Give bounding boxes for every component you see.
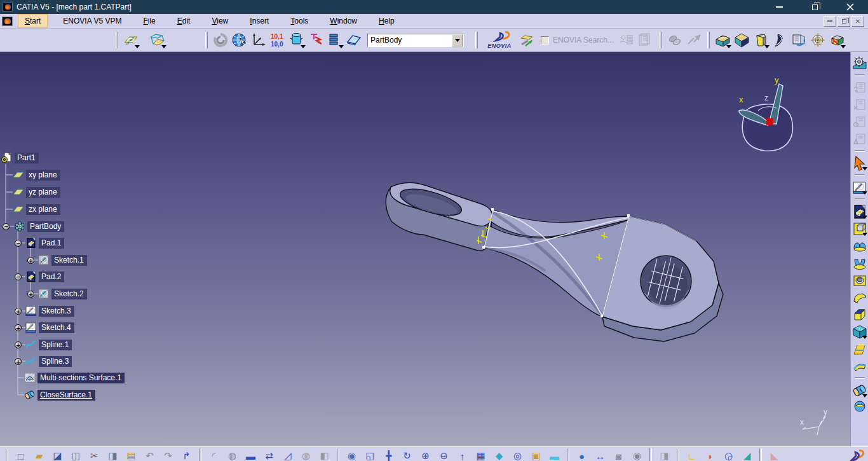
catalog-browser-icon[interactable]: ◜ (205, 447, 223, 461)
measure-between-icon[interactable]: ⇄ (260, 447, 278, 461)
tree-item-pad2[interactable]: Pad.2 (25, 270, 64, 284)
sketcher-icon[interactable] (121, 31, 140, 50)
expander-pad1[interactable] (15, 240, 22, 247)
pocket-tool-icon[interactable] (851, 220, 868, 237)
normal-view-icon[interactable]: ↑ (453, 447, 471, 461)
view-compass[interactable]: x y z (739, 75, 792, 151)
curvature-analysis-icon[interactable]: ◗ (701, 447, 719, 461)
mdi-minimize-button[interactable] (824, 16, 836, 27)
tree-item-pad1[interactable]: Pad.1 (25, 236, 64, 250)
minimize-button[interactable] (761, 0, 797, 14)
toolbar-handle[interactable] (205, 32, 208, 48)
menu-window[interactable]: Window (323, 15, 363, 27)
link-disabled-2-icon[interactable] (684, 31, 703, 50)
target-axis-icon[interactable] (808, 31, 827, 50)
tree-item-multi-sections-surface1[interactable]: Multi-sections Surface.1 (24, 371, 125, 385)
update-icon[interactable] (211, 31, 230, 50)
tree-item-closesurface1[interactable]: CloseSurface.1 (24, 388, 95, 402)
enovia-search-checkbox[interactable] (541, 36, 549, 45)
toolbar-handle[interactable] (707, 32, 710, 48)
transform-mirror-icon[interactable] (789, 31, 808, 50)
fit-all-in-icon[interactable]: ◱ (361, 447, 379, 461)
tree-item-yz-plane[interactable]: yz plane (13, 185, 60, 199)
enovia-gray-3-icon[interactable] (851, 113, 868, 130)
new-document-icon[interactable]: □ (11, 447, 30, 461)
thickness-icon[interactable] (851, 357, 868, 375)
pad-tool-icon[interactable] (851, 203, 868, 220)
expander-pad2[interactable] (15, 273, 22, 280)
tree-item-partbody[interactable]: PartBody (14, 219, 64, 233)
toolbar-handle[interactable] (475, 32, 478, 48)
menu-file[interactable]: File (137, 15, 161, 27)
workbench-gear-icon[interactable] (851, 55, 868, 72)
zoom-out-icon[interactable]: ⊖ (435, 447, 453, 461)
shaft-tool-icon[interactable] (851, 254, 868, 272)
tree-item-sketch3[interactable]: Sketch.3 (25, 304, 74, 318)
enovia-gray-4-icon[interactable] (851, 130, 868, 148)
expander-sketch3[interactable] (15, 308, 22, 315)
box-remove-icon[interactable] (827, 31, 846, 50)
expander-sketch1[interactable] (27, 257, 34, 264)
partbody-selector[interactable] (367, 34, 464, 47)
menu-tools[interactable]: Tools (284, 15, 315, 27)
toolbar-handle[interactable] (660, 32, 662, 48)
measure-item-icon[interactable]: ◿ (278, 447, 297, 461)
menu-start[interactable]: Start (18, 14, 48, 28)
part-cylinder-icon[interactable] (287, 31, 306, 50)
tree-item-zx-plane[interactable]: zx plane (13, 202, 60, 216)
stress-gauge-icon[interactable]: ◶ (719, 447, 738, 461)
whats-this-icon[interactable]: ↱ (177, 447, 196, 461)
tap-analysis-icon[interactable]: ◣ (765, 447, 783, 461)
box-gray-icon[interactable]: ◧ (315, 447, 334, 461)
zoom-in-icon[interactable]: ⊕ (416, 447, 435, 461)
menu-edit[interactable]: Edit (171, 15, 197, 27)
tree-item-spline3[interactable]: Spline.3 (25, 354, 72, 368)
expander-sketch2[interactable] (27, 291, 34, 298)
enovia-gray-tool-2-icon[interactable] (635, 31, 654, 50)
stacked-list-icon[interactable] (325, 31, 344, 50)
restore-button[interactable] (797, 0, 832, 14)
link-disabled-1-icon[interactable] (665, 31, 684, 50)
print-icon[interactable]: ◫ (67, 447, 85, 461)
expander-spline3[interactable] (15, 358, 22, 365)
pan-icon[interactable]: ╋ (379, 447, 398, 461)
sculpt-gray-icon[interactable]: ◍ (297, 447, 315, 461)
hole-tool-icon[interactable] (851, 272, 868, 289)
manikin-icon[interactable]: ◉ (628, 447, 646, 461)
paste-icon[interactable]: ▤ (122, 447, 140, 461)
tree-item-part1[interactable]: Part1 (1, 151, 39, 165)
menu-insert[interactable]: Insert (243, 15, 275, 27)
cut-icon[interactable]: ✂ (85, 447, 104, 461)
pocket-variant-icon[interactable] (732, 31, 751, 50)
enovia-transfer-icon[interactable] (518, 31, 537, 50)
copy-icon[interactable]: ◨ (104, 447, 122, 461)
select-cursor-icon[interactable] (851, 155, 868, 172)
3d-viewport[interactable]: x y z x y Part1 xy plane yz plane zx pla… (0, 52, 850, 446)
tree-item-spline1[interactable]: Spline.1 (25, 338, 72, 352)
fly-through-icon[interactable]: ◉ (342, 447, 361, 461)
enovia-gray-2-icon[interactable] (851, 96, 868, 113)
snap-values-icon[interactable]: 10,1 10,0 (268, 31, 287, 50)
fill-rect-icon[interactable]: ▬ (545, 447, 564, 461)
look-at-icon[interactable]: ◎ (508, 447, 527, 461)
shell-tool-icon[interactable] (851, 323, 868, 340)
edge-fillet-icon[interactable] (851, 289, 868, 306)
world-rotate-icon[interactable]: ● (573, 447, 591, 461)
expander-partbody[interactable] (3, 223, 10, 230)
3d-part[interactable] (386, 182, 723, 341)
expander-sketch4[interactable] (15, 324, 22, 331)
stretch-view-icon[interactable]: ↔ (591, 447, 609, 461)
enovia-gray-1-icon[interactable] (851, 79, 868, 96)
screen-definition-icon[interactable]: ▣ (527, 447, 545, 461)
iso-view-icon[interactable]: ◆ (490, 447, 508, 461)
axis-system-icon[interactable] (249, 31, 268, 50)
blue-surface-icon[interactable] (770, 31, 789, 50)
undo-icon[interactable]: ↶ (140, 447, 159, 461)
menu-view[interactable]: View (205, 15, 234, 27)
menu-enovia-v5-vpm[interactable]: ENOVIA V5 VPM (57, 15, 128, 27)
toolbar-handle[interactable] (116, 32, 118, 48)
chevron-down-icon[interactable] (452, 34, 463, 46)
groove-tool-icon[interactable] (851, 237, 868, 254)
axis-analysis-icon[interactable]: ∟ (682, 447, 701, 461)
rotate-icon[interactable]: ↻ (398, 447, 416, 461)
